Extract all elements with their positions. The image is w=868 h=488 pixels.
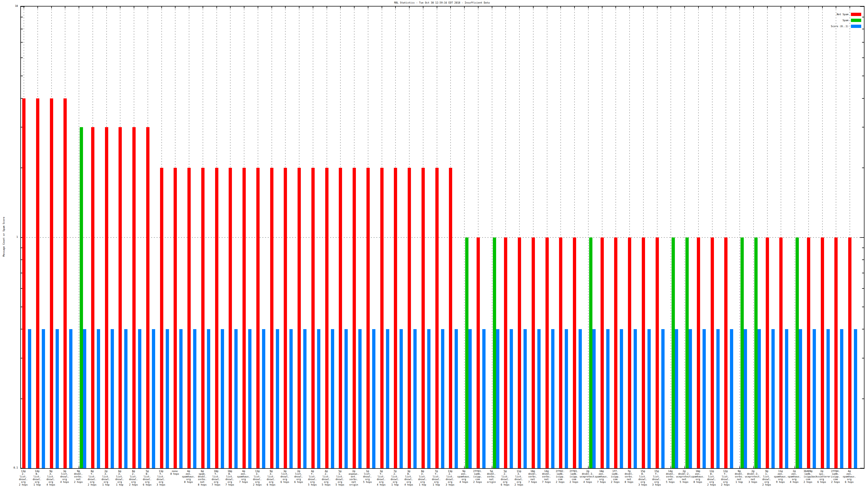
x-tick-label: 13@ 3. list. dnswl. org 2 hops [253,470,262,486]
bar-not-spam [119,127,122,468]
bar-score [524,329,527,468]
bar-score [331,329,334,468]
x-tick-mark [712,6,713,8]
bar-score [97,329,100,468]
x-tick-mark [79,466,79,468]
x-tick-mark [79,6,79,8]
bar-score [111,329,114,468]
bar-not-spam [697,237,700,468]
x-tick-label: 1@ list. dnswl. org 5 hops [363,470,372,483]
bar-not-spam [408,168,411,468]
y-tick-mark-minor [862,29,864,29]
x-tick-label: 10@ Y. list. dnswl. org 7 hops [212,470,220,486]
x-tick-label: 9@ 1. list. dnswl. org 2 hops [762,470,771,486]
x-tick-label: 14@ dnsbl. sorbs. net 5 hops [666,470,675,483]
x-tick-label: 8@ Y. list. dnswl. org 2 hops [88,470,97,486]
bar-score [317,329,320,468]
y-tick-mark-minor [21,29,23,29]
y-tick-mark-minor [862,167,864,168]
gridline-v [671,6,671,468]
bar-not-spam [656,237,659,468]
x-tick-mark [368,6,368,8]
x-tick-mark [93,6,93,8]
y-tick-mark-minor [862,42,864,42]
bar-score [400,329,403,468]
bar-spam [493,237,496,468]
x-tick-label: 11@ zen. spamhaus. org 9 hops [774,470,787,483]
x-tick-label: 6@ 3. list. dnswl. org 1 hop [115,470,124,486]
bar-not-spam [50,98,53,468]
x-tick-mark [120,6,120,8]
x-tick-label: 4@ 2. list. dnswl. org 5 hops [322,470,331,486]
legend-item: Score (0..1) [831,24,861,28]
bar-not-spam [284,168,287,468]
x-tick-label: 13@ 2. list. dnswl. org 2 hops [19,470,28,486]
x-tick-label: 2ff03. iadb. isipp. com 2 hops [473,470,482,483]
bar-score [193,329,196,468]
y-tick-mark-minor [862,248,864,248]
bar-score [413,329,416,468]
x-tick-label: 2@ 3. list. dnswl. org 1 hop [101,470,111,486]
bar-score [28,329,31,468]
bar-spam [589,237,592,468]
x-tick-mark [588,6,589,8]
bar-not-spam [311,168,315,468]
x-tick-label: 1ff. iadb. isipp. com 2 hops [611,470,620,483]
x-tick-mark [822,6,823,8]
bar-spam [754,237,757,468]
gridline-v [79,6,79,468]
legend-swatch [851,25,861,28]
bar-not-spam [559,237,562,468]
x-tick-label: 7@ Y. list. dnswl. org 1 hop [432,470,441,486]
x-tick-label: 15@ 0. list. dnswl. org 3 hops [638,470,647,486]
x-tick-label: 2@ list. dnswl. org 6 hops [294,470,303,483]
bar-not-spam [532,237,535,468]
bar-score [661,329,664,468]
bar-score [840,329,843,468]
x-tick-mark [216,6,217,8]
bar-not-spam [298,168,301,468]
x-tick-label: 14@ dnsbl. sorbs. net 7 hops [542,470,551,483]
y-tick-mark [860,468,864,468]
y-tick-mark-minor [862,288,864,289]
bar-not-spam [352,168,356,468]
bar-score [427,329,431,468]
bar-not-spam [132,127,135,468]
x-tick-mark [808,6,809,8]
y-tick-mark-minor [21,58,23,58]
bar-score [620,329,623,468]
x-tick-label: 6@ spam. dnsbl. sorbs. net 8 hops [198,470,207,486]
bar-not-spam [22,98,26,468]
bar-score [468,329,472,468]
bar-score [757,329,761,468]
x-tick-label: 7@ 2. list. dnswl. org 1 hop [391,470,400,486]
bar-not-spam [367,168,370,468]
x-tick-mark [24,6,24,8]
bar-score [83,329,86,468]
x-tick-mark [671,466,671,468]
bar-not-spam [380,168,383,468]
y-tick-mark-minor [862,273,864,273]
legend-item-label: Not Spam [837,13,848,16]
x-tick-label: 3@ list. dnswl. org 4 hops [60,470,69,483]
gridline-v [492,6,492,468]
bar-not-spam [146,127,150,468]
bar-not-spam [614,237,617,468]
y-tick-mark-minor [862,98,864,99]
bar-score [827,329,830,468]
y-tick-mark-minor [21,76,23,76]
bar-not-spam [201,168,205,468]
x-tick-mark [849,6,850,8]
x-tick-mark [698,6,699,8]
legend-swatch [851,13,861,16]
bar-not-spam [600,237,604,468]
y-tick-mark [860,6,864,7]
bar-spam [80,127,83,468]
x-tick-mark [327,6,327,8]
bar-spam [685,237,689,468]
x-tick-label: 10@ 0. list. dnswl. org 7 hops [225,470,235,486]
bar-score [744,329,747,468]
x-tick-mark [106,6,107,8]
x-tick-label: 2@ dnsbl-2. uceprotect. net 5 hops [676,470,692,483]
bar-score [179,329,183,468]
